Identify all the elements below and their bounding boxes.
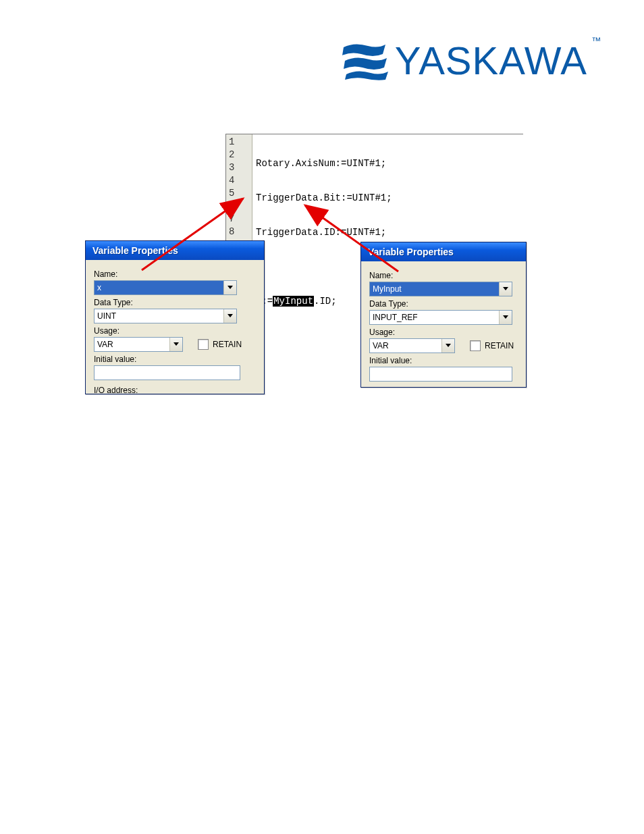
initial-value-label: Initial value: (94, 355, 256, 364)
initial-value-input[interactable] (95, 366, 240, 380)
chevron-down-icon (503, 315, 508, 319)
chevron-down-icon (446, 344, 451, 348)
dropdown-button[interactable] (499, 311, 512, 324)
brand-name: YASKAWA (395, 41, 587, 80)
usage-label: Usage: (369, 328, 518, 337)
chevron-down-icon (227, 314, 233, 318)
gutter-line: 3 (226, 161, 252, 174)
chevron-down-icon (173, 342, 179, 346)
datatype-value[interactable]: INPUT_REF (370, 311, 499, 324)
io-address-label: I/O address: (94, 386, 256, 395)
gutter-line: 5 (226, 187, 252, 200)
dropdown-button[interactable] (169, 338, 182, 351)
name-label: Name: (94, 269, 256, 279)
brand-tm: ™ (591, 35, 601, 46)
usage-field[interactable]: VAR (94, 337, 183, 352)
dropdown-button[interactable] (223, 309, 236, 323)
name-value[interactable]: MyInput (370, 282, 499, 296)
gutter-line: 2 (226, 149, 252, 161)
chevron-down-icon (227, 286, 233, 290)
line-gutter: 1 2 3 4 5 6 7 8 (226, 134, 252, 244)
selected-text[interactable]: MyInput (273, 296, 314, 307)
initial-value-input[interactable] (370, 367, 512, 381)
datatype-label: Data Type: (94, 298, 256, 307)
gutter-line: 4 (226, 174, 252, 187)
code-editor[interactable]: 1 2 3 4 5 6 7 8 Rotary.AxisNum:=UINT#1; … (225, 134, 523, 242)
datatype-label: Data Type: (369, 299, 518, 309)
variable-properties-dialog-left: Variable Properties Name: x Data Type: U… (85, 240, 265, 394)
datatype-field[interactable]: UINT (94, 309, 237, 323)
retain-checkbox[interactable] (198, 339, 209, 350)
code-line: TriggerData.Bit:=UINT#1; (256, 192, 392, 205)
dropdown-button[interactable] (499, 282, 512, 296)
chevron-down-icon (503, 287, 508, 291)
code-line: Rotary.AxisNum:=UINT#1; (256, 157, 392, 170)
dialog-title[interactable]: Variable Properties (361, 242, 526, 261)
usage-label: Usage: (94, 326, 256, 336)
gutter-line: 6 (226, 200, 252, 213)
initial-value-field[interactable] (369, 367, 512, 382)
dialog-title[interactable]: Variable Properties (86, 241, 264, 260)
name-value[interactable]: x (95, 281, 223, 294)
name-field[interactable]: x (94, 280, 237, 295)
gutter-line: 8 (226, 226, 252, 238)
gutter-line: 7 (226, 213, 252, 226)
dropdown-button[interactable] (223, 281, 236, 294)
retain-checkbox[interactable] (470, 340, 481, 351)
retain-label: RETAIN (485, 341, 514, 350)
name-field[interactable]: MyInput (369, 282, 512, 296)
brand-logo: YASKAWA ™ (341, 41, 603, 81)
retain-label: RETAIN (213, 340, 242, 349)
code-line: TriggerData.ID:=UINT#1; (256, 226, 392, 239)
dropdown-button[interactable] (441, 339, 454, 353)
datatype-field[interactable]: INPUT_REF (369, 310, 512, 325)
yaskawa-mark-icon (341, 41, 388, 81)
gutter-line: 1 (226, 136, 252, 149)
variable-properties-dialog-right: Variable Properties Name: MyInput Data T… (360, 242, 527, 388)
usage-value[interactable]: VAR (95, 338, 169, 351)
usage-field[interactable]: VAR (369, 338, 455, 353)
initial-value-field[interactable] (94, 365, 240, 380)
initial-value-label: Initial value: (369, 356, 518, 365)
datatype-value[interactable]: UINT (95, 309, 223, 323)
name-label: Name: (369, 271, 518, 280)
usage-value[interactable]: VAR (370, 339, 441, 353)
